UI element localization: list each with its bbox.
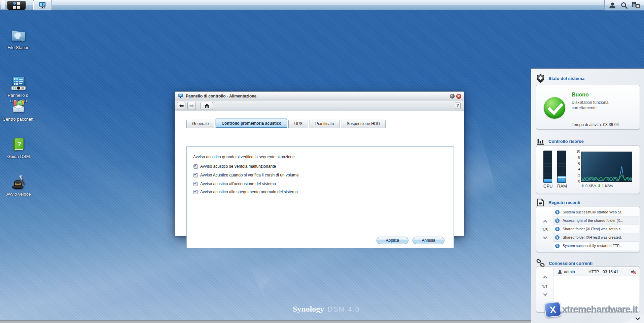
show-desktop-button[interactable] [1,1,5,9]
log-text: Shared folder [XHTest] was set to s... [563,227,623,231]
window-body: Generale Controllo promemoria acustico U… [175,111,464,236]
logs-page-down-icon[interactable] [543,235,547,239]
desktop-icon-file-station[interactable]: File Station [1,28,36,50]
ram-meter [557,151,566,183]
section-title: Stato del sistema [548,76,584,81]
desktop-icon-label: Centro pacchetti [1,117,36,122]
control-panel-icon [38,2,47,9]
control-panel-window: Pannello di controllo - Alimentazione × [175,91,464,236]
xtremehardware-text: xtremehardware.it [562,304,638,315]
svg-text:?: ? [17,140,21,148]
section-title: Registri recenti [548,200,580,205]
control-panel-icon [10,75,27,91]
log-document-icon [536,198,545,207]
network-legend: ⬆ 0 KB/s ⬇ 1 KB/s [581,184,613,188]
widget-sidebar: Stato del sistema Buono DiskStation funz… [531,68,644,323]
checkbox-row[interactable]: ✔ Avviso acustico se ventola malfunziona… [193,164,276,169]
desktop-icon-package-center[interactable]: Centro pacchetti [1,99,36,122]
download-arrow-icon: ⬇ [597,184,601,188]
forward-button[interactable] [187,102,196,110]
section-title: Controllo risorse [548,139,584,144]
checkbox-fan-failure[interactable]: ✔ [193,164,198,169]
info-icon: i [555,218,560,223]
connection-protocol: HTTP [588,270,599,274]
info-icon: i [555,235,560,240]
checkbox-power-on[interactable]: ✔ [193,182,198,186]
upload-arrow-icon: ⬆ [581,184,584,188]
back-arrow-icon [179,104,184,108]
cancel-button[interactable]: Annulla [413,237,444,244]
home-icon [204,103,210,109]
status-ok-icon [544,97,565,119]
log-list: i System successfully started Web St... … [553,208,639,250]
minimize-button[interactable] [450,94,455,98]
tab-sospensione-hdd[interactable]: Sospensione HDD [341,120,386,128]
tab-controllo-promemoria-acustico[interactable]: Controllo promemoria acustico [216,119,287,128]
window-titlebar[interactable]: Pannello di controllo - Alimentazione × [175,92,464,100]
upload-rate: 0 KB/s [585,184,596,188]
connections-page-indicator: 1/1 [542,284,548,289]
user-icon [558,270,562,274]
log-text: Access right of the shared folder [X... [563,218,623,223]
dsm-version-text: DSM 4.0 [327,305,360,313]
status-description: DiskStation funziona correttamente. [572,100,622,111]
log-row[interactable]: i Shared folder [XHTest] was created. [553,233,639,242]
taskbar-control-panel-task[interactable] [33,0,51,10]
checkbox-label: Avviso Acustico quando si verifica il cr… [200,173,299,177]
apply-button[interactable]: Applica [377,237,408,244]
logs-page-indicator: 1/5 [542,228,548,232]
checkbox-row[interactable]: ✔ Avviso acustico allo spegnimento anoma… [193,190,298,194]
checkbox-abnormal-shutdown[interactable]: ✔ [193,190,198,194]
log-row[interactable]: i Access right of the shared folder [X..… [553,216,639,225]
window-title: Pannello di controllo - Alimentazione [186,94,256,98]
checkbox-volume-crash[interactable]: ✔ [193,173,198,177]
download-rate: 1 KB/s [602,184,613,188]
desktop-icon-label: File Station [1,45,36,50]
log-text: System successfully started Web St... [563,210,624,214]
cpu-meter [543,151,552,183]
connection-row[interactable]: admin HTTP 03:15:41 [553,268,639,276]
bar-chart-icon [536,137,545,146]
checkbox-row[interactable]: ✔ Avviso acustico all'accensione del sis… [193,181,276,186]
taskbar [0,0,644,10]
pilot-view-icon[interactable] [632,2,640,9]
logs-page-up-icon[interactable] [543,220,547,224]
tab-bar: Generale Controllo promemoria acustico U… [186,119,387,128]
log-row[interactable]: i Shared folder [XHTest] was set to s... [553,225,639,233]
forward-arrow-icon [189,104,194,108]
help-button[interactable]: ? [455,102,461,109]
connections-page-down-icon[interactable] [543,292,547,296]
checkbox-label: Avviso acustico allo spegnimento anomalo… [200,190,298,194]
connection-time: 03:15:41 [603,270,618,274]
tab-generale[interactable]: Generale [186,120,214,128]
desktop: File Station Pannello di controllo [0,0,644,323]
log-row[interactable]: i System successfully restarted FTP... [553,242,639,250]
desktop-icon-dsm-help[interactable]: ? Guida DSM [1,136,36,159]
back-button[interactable] [177,102,185,110]
uptime-text: Tempo di attività: 03:39:04 [572,122,619,127]
desktop-icon-label: Avvio veloce [1,192,36,197]
close-button[interactable]: × [456,94,461,99]
user-icon[interactable] [609,2,616,9]
main-menu-icon [13,2,20,9]
tab-pianificato[interactable]: Pianificato [310,120,339,128]
info-icon: i [555,244,560,248]
disconnect-icon[interactable] [631,269,636,274]
home-button[interactable] [201,102,213,110]
tab-panel: Avviso acustico quando si verifica la se… [186,147,454,248]
log-text: Shared folder [XHTest] was created. [563,235,622,239]
info-icon: i [555,210,560,214]
desktop-icon-quick-start[interactable]: Avvio veloce [1,174,36,197]
status-value: Buono [572,92,589,98]
system-status-header: Stato del sistema [536,74,584,83]
checkbox-row[interactable]: ✔ Avviso Acustico quando si verifica il … [193,173,299,177]
log-row[interactable]: i System successfully started Web St... [553,208,639,216]
tab-ups[interactable]: UPS [288,120,308,128]
main-menu-button[interactable] [7,1,26,10]
search-icon[interactable] [620,2,628,9]
resource-monitor-box: CPU RAM 108 64 20 ⬆ 0 KB/s ⬇ 1 KB/s [536,146,640,194]
system-status-box: Buono DiskStation funziona correttamente… [536,85,640,130]
connections-page-up-icon[interactable] [543,276,547,280]
connection-user: admin [564,270,575,274]
cpu-label: CPU [543,184,552,189]
